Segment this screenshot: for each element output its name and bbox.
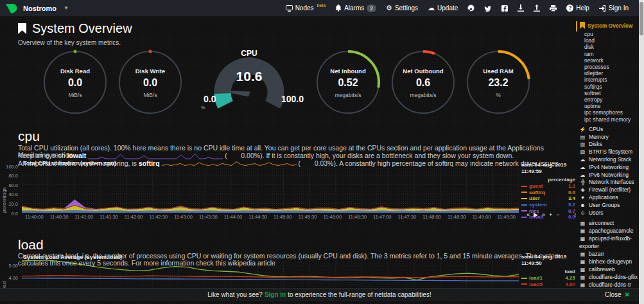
facebook-button[interactable] <box>501 5 508 12</box>
bolt-icon: ⚡ <box>579 126 586 134</box>
pan-left-icon[interactable]: « <box>527 211 530 218</box>
xtick-label: 11:45:30 <box>295 214 320 220</box>
sidebar-item-airconnect[interactable]: ▦airconnect <box>576 220 638 228</box>
sidebar-item-btrfs-filesystem[interactable]: ▧BTRFS filesystem <box>576 148 638 156</box>
pan-right-icon[interactable]: » <box>542 211 545 218</box>
sidebar-item-binhex-delugevpn[interactable]: ▦binhex-delugevpn <box>576 258 638 266</box>
users-icon: ☻ <box>579 202 586 210</box>
sidebar-item-idlejitter[interactable]: idlejitter <box>576 70 638 76</box>
legend-series-name: guest <box>529 183 543 189</box>
sidebar-item-cloudflare-ddns-gflix[interactable]: ▦cloudflare-ddns-gflix <box>576 274 638 282</box>
sidebar-menu: System Overviewcpuloaddiskramnetworkproc… <box>576 18 638 304</box>
legend-unit-header: load <box>521 269 575 274</box>
sidebar-item-label: Memory <box>589 134 609 141</box>
update-button[interactable]: ☁ Update <box>428 4 458 12</box>
twitter-button[interactable] <box>484 5 492 12</box>
legend-row-system[interactable]: system5.2 <box>521 202 575 208</box>
active-indicator <box>576 21 577 31</box>
cpu-chart-plot[interactable] <box>22 166 519 213</box>
cpu-gauge-max: 100.0 <box>281 94 304 104</box>
export-button[interactable] <box>534 4 540 12</box>
legend-row-user[interactable]: user3.4 <box>521 195 575 202</box>
sidebar-item-network[interactable]: network <box>576 57 638 64</box>
play-icon[interactable]: ▶ <box>534 211 538 218</box>
netdata-brand[interactable]: Nostromo ▼ <box>0 3 69 13</box>
sidebar-item-network-interfaces[interactable]: ╬Network Interfaces <box>576 179 638 186</box>
sidebar-item-firewall-netfilter-[interactable]: ◈Firewall (netfilter) <box>576 186 638 194</box>
legend-row-load1[interactable]: load14.25 <box>521 275 575 282</box>
gauge-disk-write[interactable]: Disk Write 0.0 MiB/s <box>117 49 184 116</box>
netdata-logo <box>5 3 17 13</box>
sidebar-item-system-overview[interactable]: System Overview <box>576 18 638 31</box>
close-label: Close <box>605 291 622 298</box>
sidebar-item-cpus[interactable]: ⚡CPUs <box>576 126 638 134</box>
sidebar-item-interrupts[interactable]: interrupts <box>576 76 638 83</box>
sidebar-item-uptime[interactable]: uptime <box>576 103 638 109</box>
gauge-used-ram[interactable]: Used RAM 23.2 % <box>465 49 532 116</box>
sidebar-item-calibreweb[interactable]: ▦calibreweb <box>576 266 638 274</box>
help-label: Help <box>576 4 589 12</box>
gauge-title: Used RAM <box>465 67 532 75</box>
gauge-value: 0.0 <box>42 77 109 89</box>
sidebar-item-softirqs[interactable]: softirqs <box>576 84 638 90</box>
sidebar-item-ipc-semaphores[interactable]: ipc semaphores <box>576 109 638 116</box>
sidebar-item-user-groups[interactable]: ☻User Groups <box>576 202 638 210</box>
import-button[interactable] <box>518 4 524 12</box>
update-label: Update <box>437 4 458 12</box>
sidebar-item-softnet[interactable]: softnet <box>576 90 638 96</box>
ytick-label: 0.0 <box>12 211 18 217</box>
user-icon: ☺ <box>579 210 586 217</box>
sidebar-item-label: User Groups <box>589 202 620 210</box>
sidebar-item-ipc-shared-memory[interactable]: ipc shared memory <box>576 116 638 123</box>
gear-icon: ⚙ <box>386 4 392 12</box>
gauge-cpu[interactable]: CPU 10.6 0.0 100.0 % <box>192 49 306 116</box>
xtick-label: 11:41:00 <box>71 214 96 220</box>
bookmark-icon <box>18 23 26 34</box>
sidebar-item-applications[interactable]: ♥Applications <box>576 194 638 202</box>
page-scrollbar[interactable] <box>639 0 644 304</box>
nodes-button[interactable]: Nodesbeta <box>286 4 326 12</box>
legend-row-load5[interactable]: load54.07 <box>521 282 575 288</box>
gauge-unit: megabits/s <box>390 92 457 98</box>
github-button[interactable] <box>467 4 474 12</box>
gauge-net-inbound[interactable]: Net Inbound 0.52 megabits/s <box>315 49 381 116</box>
sidebar-item-apcupsd-influxdb-exporter[interactable]: ▦apcupsd-influxdb-exporter <box>576 235 638 251</box>
sidebar-item-ram[interactable]: ram <box>576 51 638 57</box>
page-title: System Overview <box>32 21 132 36</box>
sidebar-item-users[interactable]: ☺Users <box>576 210 638 217</box>
legend-row-guest[interactable]: guest1.2 <box>521 183 575 190</box>
signin-link[interactable]: Sign in <box>265 291 286 298</box>
sidebar-item-bazarr[interactable]: ▦bazarr <box>576 251 638 258</box>
signin-button[interactable]: Sign In <box>599 4 629 12</box>
sidebar-item-processes[interactable]: processes <box>576 64 638 70</box>
sidebar-item-ipv4-networking[interactable]: ☁IPv4 Networking <box>576 164 638 172</box>
zoom-out-icon[interactable]: − <box>556 211 559 218</box>
legend-row-softirq[interactable]: softirq0.0 <box>521 190 575 196</box>
scrollbar-thumb[interactable] <box>640 2 643 35</box>
xtick-label: 11:48:00 <box>419 214 444 220</box>
sidebar-item-memory[interactable]: ▤Memory <box>576 134 638 141</box>
gauge-disk-read[interactable]: Disk Read 0.0 MiB/s <box>42 49 109 116</box>
alarms-button[interactable]: Alarms 2 <box>335 4 376 12</box>
help-button[interactable]: ? Help <box>566 4 589 12</box>
sidebar-item-cpu[interactable]: cpu <box>576 31 638 37</box>
xtick-label: 11:42:00 <box>121 214 146 220</box>
settings-button[interactable]: ⚙ Settings <box>386 4 418 12</box>
iowait-sparkline-chart[interactable] <box>88 152 223 159</box>
softirq-sparkline-chart[interactable] <box>162 160 297 167</box>
sidebar-item-entropy[interactable]: entropy <box>576 96 638 103</box>
gauge-title: Disk Read <box>42 67 109 75</box>
print-button[interactable] <box>550 5 557 12</box>
github-icon <box>467 4 474 12</box>
banner-close-button[interactable]: Close ✕ <box>605 291 630 298</box>
sidebar-item-load[interactable]: load <box>576 37 638 44</box>
twitter-icon <box>484 5 492 12</box>
gauge-unit: MiB/s <box>42 92 109 98</box>
sidebar-item-networking-stack[interactable]: ☁Networking Stack <box>576 156 638 164</box>
sidebar-item-disks[interactable]: ▥Disks <box>576 141 638 148</box>
zoom-in-icon[interactable]: + <box>549 211 552 218</box>
sidebar-item-ipv6-networking[interactable]: ☁IPv6 Networking <box>576 172 638 179</box>
gauge-net-outbound[interactable]: Net Outbound 0.6 megabits/s <box>390 49 457 116</box>
sidebar-item-disk[interactable]: disk <box>576 44 638 50</box>
sidebar-item-apacheguacamole[interactable]: ▦apacheguacamole <box>576 228 638 235</box>
